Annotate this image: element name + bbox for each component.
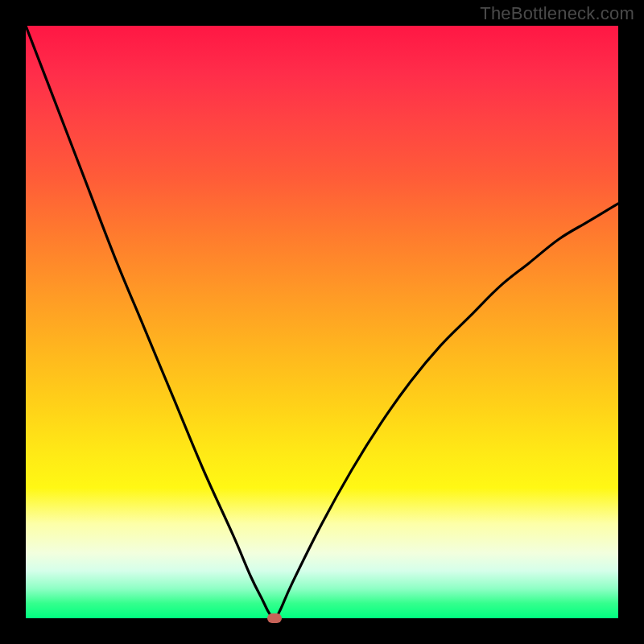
- watermark-text: TheBottleneck.com: [480, 3, 634, 24]
- chart-plot-area: [26, 26, 618, 618]
- optimal-point-marker: [267, 613, 282, 623]
- bottleneck-curve: [26, 26, 618, 618]
